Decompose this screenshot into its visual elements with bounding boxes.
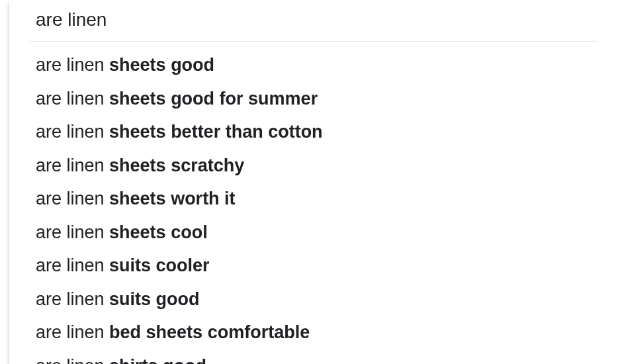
suggestions-list: are linen sheets good are linen sheets g… bbox=[9, 42, 618, 364]
suggestion-completion: suits cooler bbox=[109, 255, 210, 275]
suggestion-item[interactable]: are linen sheets scratchy bbox=[9, 149, 618, 183]
suggestion-prefix: are linen bbox=[36, 89, 109, 109]
suggestion-prefix: are linen bbox=[36, 156, 109, 175]
suggestion-completion: sheets scratchy bbox=[109, 156, 244, 175]
suggestion-completion: sheets better than cotton bbox=[109, 122, 323, 142]
search-input[interactable] bbox=[36, 9, 592, 30]
suggestion-prefix: are linen bbox=[36, 122, 109, 142]
suggestion-prefix: are linen bbox=[36, 289, 109, 309]
suggestion-prefix: are linen bbox=[36, 255, 109, 275]
suggestion-item[interactable]: are linen sheets good bbox=[9, 48, 618, 82]
suggestion-completion: sheets cool bbox=[109, 222, 208, 242]
suggestion-completion: sheets good bbox=[109, 55, 214, 75]
suggestion-item[interactable]: are linen suits cooler bbox=[9, 249, 618, 283]
suggestion-item[interactable]: are linen sheets cool bbox=[9, 216, 618, 250]
suggestion-item[interactable]: are linen shirts good bbox=[9, 349, 618, 365]
suggestion-prefix: are linen bbox=[36, 356, 109, 365]
suggestion-completion: shirts good bbox=[109, 356, 206, 365]
suggestion-item[interactable]: are linen sheets worth it bbox=[9, 182, 618, 216]
suggestion-item[interactable]: are linen sheets good for summer bbox=[9, 82, 618, 116]
suggestion-prefix: are linen bbox=[36, 55, 109, 75]
suggestion-completion: sheets good for summer bbox=[109, 89, 318, 109]
suggestion-completion: suits good bbox=[109, 289, 200, 309]
suggestion-prefix: are linen bbox=[36, 322, 109, 342]
suggestion-item[interactable]: are linen sheets better than cotton bbox=[9, 115, 618, 149]
suggestion-completion: sheets worth it bbox=[109, 189, 236, 208]
suggestion-completion: bed sheets comfortable bbox=[109, 322, 310, 342]
suggestion-item[interactable]: are linen bed sheets comfortable bbox=[9, 316, 618, 349]
suggestion-item[interactable]: are linen suits good bbox=[9, 283, 618, 316]
suggestion-prefix: are linen bbox=[36, 189, 109, 208]
search-input-row bbox=[9, 5, 618, 41]
search-autocomplete-dropdown: are linen sheets good are linen sheets g… bbox=[9, 0, 618, 364]
suggestion-prefix: are linen bbox=[36, 222, 109, 242]
